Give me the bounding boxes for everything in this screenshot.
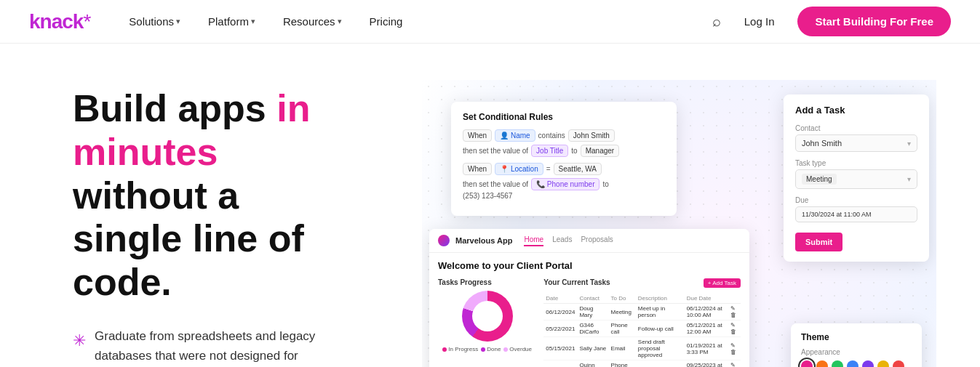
logo-asterisk: *	[83, 10, 91, 33]
logo-text: knack	[29, 10, 83, 33]
rules-card-title: Set Conditional Rules	[463, 112, 665, 122]
card-theme: Theme Appearance	[791, 323, 922, 367]
name-field-chip: 👤 Name	[495, 129, 535, 142]
chevron-down-icon: ▾	[176, 17, 180, 26]
headline-highlight: inminutes	[73, 87, 310, 173]
theme-sub: Appearance	[801, 348, 912, 356]
portal-welcome: Welcome to your Client Portal	[438, 260, 741, 271]
chevron-down-icon: ▾	[907, 140, 911, 148]
nav-links: Solutions ▾ Platform ▾ Resources ▾ Prici…	[117, 9, 712, 33]
portal-logo	[438, 235, 450, 246]
swatch-yellow[interactable]	[877, 360, 889, 367]
portal-tab-proposals[interactable]: Proposals	[581, 235, 613, 246]
col-due: Due Date	[685, 294, 728, 304]
due-value: 11/30/2024 at 11:00 AM	[802, 211, 872, 218]
theme-title: Theme	[801, 332, 912, 342]
donut-legend: In Progress Done Overdue	[438, 346, 536, 352]
rule-row-1: When 👤 Name contains John Smith then set…	[463, 129, 665, 157]
color-swatches	[801, 360, 912, 367]
legend-done: Done	[481, 346, 501, 352]
manager-chip: Manager	[581, 145, 619, 157]
when-chip-2: When	[463, 163, 492, 175]
contact-value: John Smith	[802, 139, 842, 148]
nav-resources[interactable]: Resources ▾	[271, 9, 354, 33]
task-type-field: Task type Meeting ▾	[795, 159, 917, 189]
swatch-blue[interactable]	[847, 360, 859, 367]
rule-row-2: When 📍 Location = Seattle, WA then set t…	[463, 163, 665, 200]
login-button[interactable]: Log In	[736, 9, 784, 33]
nav-right: ⌕ Log In Start Building For Free	[712, 7, 951, 36]
nav-pricing[interactable]: Pricing	[358, 9, 415, 33]
current-tasks-col: Your Current Tasks + Add Task Date Conta…	[543, 278, 741, 367]
navigation: knack* Solutions ▾ Platform ▾ Resources …	[0, 0, 980, 44]
card-add-task: Add a Task Contact John Smith ▾ Task typ…	[784, 94, 929, 262]
donut-chart	[462, 291, 513, 342]
phone-chip: 📞 Phone number	[531, 178, 599, 190]
tasks-progress-col: Tasks Progress In Progress Done	[438, 278, 536, 367]
portal-tab-leads[interactable]: Leads	[552, 235, 572, 246]
col-todo: To Do	[609, 294, 636, 304]
card-client-portal: Marvelous App Home Leads Proposals Welco…	[429, 229, 749, 367]
seattle-chip: Seattle, WA	[554, 163, 602, 175]
swatch-red[interactable]	[893, 360, 904, 367]
hero-headline: Build apps inminuteswithout asingle line…	[73, 87, 422, 305]
swatch-purple[interactable]	[862, 360, 874, 367]
nav-platform[interactable]: Platform ▾	[196, 9, 267, 33]
card-conditional-rules: Set Conditional Rules When 👤 Name contai…	[451, 102, 677, 216]
task-contact-field: Contact John Smith ▾	[795, 124, 917, 152]
swatch-orange[interactable]	[816, 360, 828, 367]
current-tasks-title: Your Current Tasks	[543, 278, 610, 286]
col-desc: Description	[636, 294, 685, 304]
when-chip: When	[463, 129, 492, 142]
bullet-asterisk: ✳	[73, 328, 86, 353]
legend-in-progress: In Progress	[442, 346, 478, 352]
portal-header: Marvelous App Home Leads Proposals	[429, 229, 749, 253]
portal-nav-tabs: Home Leads Proposals	[524, 235, 613, 246]
nav-solutions[interactable]: Solutions ▾	[117, 9, 192, 33]
table-row: 08/17/2024Quinn SmithPhone callFollow-up…	[543, 360, 741, 368]
logo[interactable]: knack*	[29, 10, 91, 33]
col-contact: Contact	[577, 294, 608, 304]
tasks-progress-title: Tasks Progress	[438, 278, 536, 286]
chevron-down-icon: ▾	[907, 175, 911, 183]
chevron-down-icon: ▾	[338, 17, 342, 26]
donut-hole	[472, 301, 503, 331]
add-task-title: Add a Task	[795, 105, 917, 116]
swatch-green[interactable]	[832, 360, 843, 367]
task-due-field: Due 11/30/2024 at 11:00 AM	[795, 196, 917, 222]
job-title-chip: Job Title	[531, 145, 568, 157]
portal-app-name: Marvelous App	[455, 236, 512, 245]
col-date: Date	[543, 294, 577, 304]
task-type-value: Meeting	[802, 174, 837, 185]
table-row: 05/22/2021G346 DiCarfoPhone callFollow-u…	[543, 320, 741, 337]
search-icon[interactable]: ⌕	[712, 13, 721, 30]
cta-button[interactable]: Start Building For Free	[797, 7, 951, 36]
tasks-table: Date Contact To Do Description Due Date	[543, 294, 741, 367]
hero-visual: Set Conditional Rules When 👤 Name contai…	[422, 80, 936, 367]
table-row: 06/12/2024Doug MaryMeetingMeet up in per…	[543, 304, 741, 320]
chevron-down-icon: ▾	[251, 17, 255, 26]
portal-body: Welcome to your Client Portal Tasks Prog…	[429, 253, 749, 367]
portal-two-col: Tasks Progress In Progress Done	[438, 278, 741, 367]
add-task-button[interactable]: + Add Task	[704, 278, 741, 288]
hero-text: Build apps inminuteswithout asingle line…	[73, 80, 422, 367]
hero-subtext: ✳ Graduate from spreadsheets and legacy …	[73, 326, 335, 367]
table-row: 05/15/2021Sally JaneEmailSend draft prop…	[543, 337, 741, 360]
legend-overdue: Overdue	[503, 346, 532, 352]
hero-section: Build apps inminuteswithout asingle line…	[0, 44, 980, 367]
col-actions	[728, 294, 741, 304]
swatch-pink[interactable]	[801, 360, 813, 367]
john-smith-chip: John Smith	[568, 129, 615, 142]
portal-tab-home[interactable]: Home	[524, 235, 543, 246]
location-chip: 📍 Location	[495, 163, 543, 175]
submit-button[interactable]: Submit	[795, 233, 842, 251]
